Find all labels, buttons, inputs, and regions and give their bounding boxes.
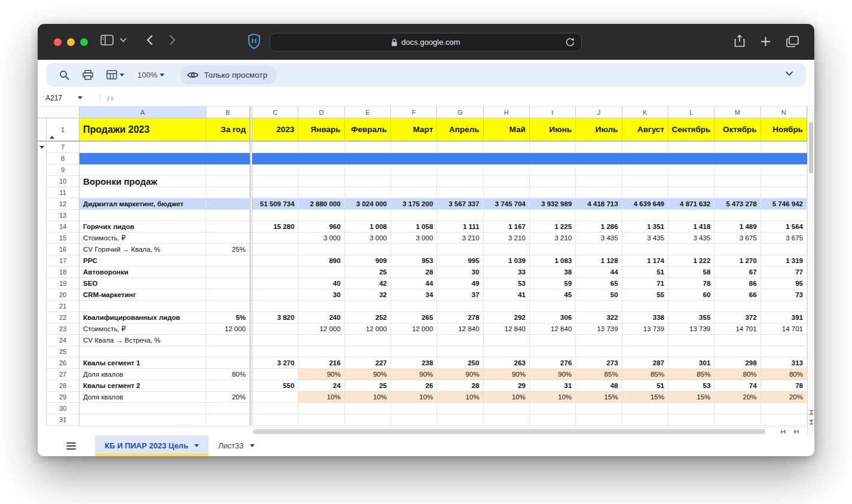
column-header-N[interactable]: N — [761, 106, 807, 118]
cell-b[interactable] — [206, 267, 250, 278]
cell-value[interactable] — [761, 414, 807, 426]
cell-value[interactable]: 12 840 — [437, 323, 483, 335]
cell-label[interactable]: Квалифицированных лидов — [80, 312, 206, 323]
cell-value[interactable]: 3 210 — [530, 233, 576, 244]
row-header-31[interactable]: 31 — [47, 414, 80, 426]
cell-value[interactable]: 30 — [298, 289, 344, 301]
cell-value[interactable] — [622, 403, 668, 414]
format-menu-button[interactable] — [106, 70, 124, 80]
cell-value[interactable] — [530, 153, 576, 164]
cell-value[interactable]: 4 639 649 — [622, 198, 668, 210]
cell-value[interactable]: 909 — [345, 255, 391, 267]
cell-value[interactable]: 41 — [484, 289, 530, 301]
cell-label[interactable]: Доля квалов — [80, 369, 206, 380]
row-header-26[interactable]: 26 — [47, 358, 80, 369]
cell-value[interactable] — [622, 414, 668, 426]
cell-label[interactable] — [80, 164, 206, 176]
cell-value[interactable]: 80% — [761, 369, 807, 380]
cell-value[interactable]: 3 435 — [622, 233, 668, 244]
cell-value[interactable]: 12 000 — [391, 323, 437, 335]
cell-value[interactable]: 13 739 — [668, 323, 714, 335]
cell-value[interactable]: 45 — [530, 289, 576, 301]
column-header-G[interactable]: G — [437, 106, 483, 118]
cell-value[interactable] — [668, 187, 714, 198]
cell-value[interactable]: 292 — [484, 312, 530, 323]
scroll-right-icon[interactable] — [794, 429, 799, 434]
name-box[interactable]: A217 — [38, 94, 97, 102]
cell-value[interactable]: 90% — [345, 369, 391, 380]
cell-value[interactable]: 95 — [761, 278, 807, 289]
column-header-D[interactable]: D — [298, 106, 344, 118]
cell-label[interactable]: CRM-маркетинг — [80, 289, 206, 301]
cell-value[interactable] — [761, 164, 807, 176]
cell-value[interactable] — [298, 403, 344, 414]
cell-value[interactable]: 71 — [622, 278, 668, 289]
cell-value[interactable] — [576, 142, 622, 153]
cell-title[interactable]: Продажи 2023 — [80, 118, 206, 140]
cell-value[interactable]: 355 — [668, 312, 714, 323]
cell-value[interactable] — [622, 164, 668, 176]
cell-value[interactable]: 227 — [345, 358, 391, 369]
cell-value[interactable]: 10% — [391, 392, 437, 403]
scroll-down-icon[interactable] — [809, 420, 814, 424]
cell-value[interactable] — [761, 142, 807, 153]
cell-value[interactable] — [714, 210, 761, 221]
cell-value[interactable] — [252, 414, 298, 426]
horizontal-scrollbar-thumb[interactable] — [253, 429, 765, 434]
cell-b[interactable]: 5% — [206, 312, 250, 323]
cell-label[interactable] — [80, 346, 206, 358]
cell-value[interactable] — [530, 244, 576, 255]
cell-value[interactable] — [484, 153, 530, 164]
cell-value[interactable] — [252, 369, 298, 380]
cell-month-header[interactable]: Февраль — [345, 118, 391, 140]
cell-value[interactable] — [252, 267, 298, 278]
cell-value[interactable] — [252, 233, 298, 244]
cell-value[interactable] — [391, 244, 437, 255]
cell-value[interactable] — [576, 335, 622, 346]
zoom-select[interactable]: 100% — [138, 71, 164, 80]
minimize-window-button[interactable] — [67, 38, 75, 46]
cell-value[interactable]: 53 — [484, 278, 530, 289]
cell-value[interactable] — [668, 153, 714, 164]
cell-value[interactable]: 995 — [437, 255, 483, 267]
cell-label[interactable]: PPC — [80, 255, 206, 267]
cell-value[interactable] — [345, 301, 391, 312]
column-header-H[interactable]: H — [484, 106, 530, 118]
row-header-10[interactable]: 10 — [47, 176, 80, 187]
cell-value[interactable]: 50 — [576, 289, 622, 301]
cell-value[interactable] — [252, 392, 298, 403]
cell-value[interactable]: 20% — [714, 392, 761, 403]
cell-value[interactable]: 3 435 — [576, 233, 622, 244]
cell-value[interactable] — [252, 403, 298, 414]
cell-value[interactable] — [484, 335, 530, 346]
cell-value[interactable] — [668, 164, 714, 176]
group-expand-icon[interactable] — [39, 146, 44, 149]
cell-value[interactable]: 28 — [437, 380, 483, 392]
cell-value[interactable]: 49 — [437, 278, 483, 289]
cell-value[interactable]: 42 — [345, 278, 391, 289]
scroll-left-icon[interactable] — [781, 429, 786, 434]
cell-value[interactable]: 265 — [391, 312, 437, 323]
cell-label[interactable] — [80, 153, 206, 164]
cell-b[interactable] — [206, 153, 250, 164]
cell-value[interactable] — [252, 142, 298, 153]
row-header-1[interactable]: 1 — [47, 118, 80, 140]
cell-value[interactable] — [530, 414, 576, 426]
cell-value[interactable] — [761, 244, 807, 255]
cell-label[interactable]: CV Горячий → Квала, % — [80, 244, 206, 255]
cell-value[interactable] — [391, 346, 437, 358]
cell-value[interactable]: 273 — [576, 358, 622, 369]
cell-b[interactable] — [206, 255, 250, 267]
row-header-21[interactable]: 21 — [47, 301, 80, 312]
cell-b[interactable] — [206, 210, 250, 221]
cell-value[interactable] — [484, 414, 530, 426]
cell-value[interactable]: 10% — [437, 392, 483, 403]
row-header-15[interactable]: 15 — [47, 233, 80, 244]
cell-label[interactable] — [80, 187, 206, 198]
cell-value[interactable]: 3 567 337 — [437, 198, 483, 210]
cell-value[interactable] — [345, 335, 391, 346]
cell-value[interactable]: 90% — [484, 369, 530, 380]
cell-value[interactable] — [761, 187, 807, 198]
cell-value[interactable]: 1 319 — [761, 255, 807, 267]
cell-value[interactable]: 51 — [622, 267, 668, 278]
